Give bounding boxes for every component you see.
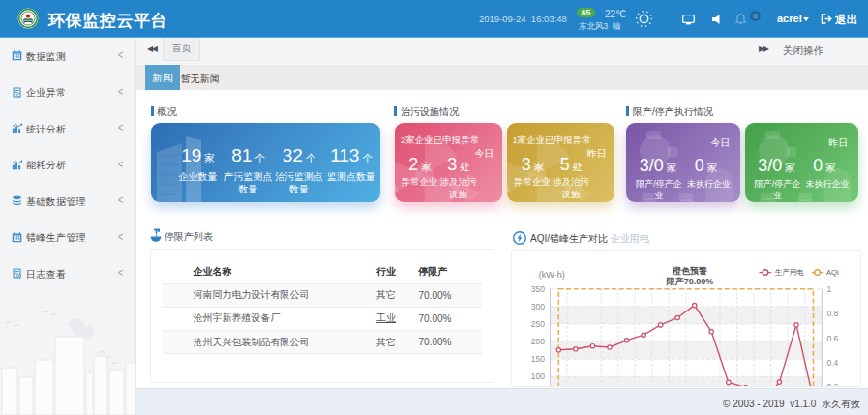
- svg-text:0.8: 0.8: [826, 309, 838, 318]
- svg-text:生产用电: 生产用电: [774, 268, 805, 277]
- svg-text:橙色预警: 橙色预警: [672, 266, 707, 276]
- svg-text:(kW·h): (kW·h): [539, 270, 565, 280]
- svg-text:0.6: 0.6: [826, 334, 838, 343]
- svg-text:100: 100: [531, 371, 545, 381]
- svg-text:0.2: 0.2: [826, 382, 838, 387]
- svg-text:0.4: 0.4: [826, 358, 838, 368]
- svg-text:限产70.00%: 限产70.00%: [667, 277, 714, 286]
- svg-text:350: 350: [531, 284, 545, 294]
- svg-text:300: 300: [531, 302, 545, 311]
- svg-text:150: 150: [531, 354, 545, 364]
- svg-text:200: 200: [531, 337, 545, 346]
- svg-text:AQI: AQI: [826, 268, 839, 277]
- svg-text:1: 1: [826, 284, 831, 294]
- svg-text:250: 250: [531, 319, 545, 329]
